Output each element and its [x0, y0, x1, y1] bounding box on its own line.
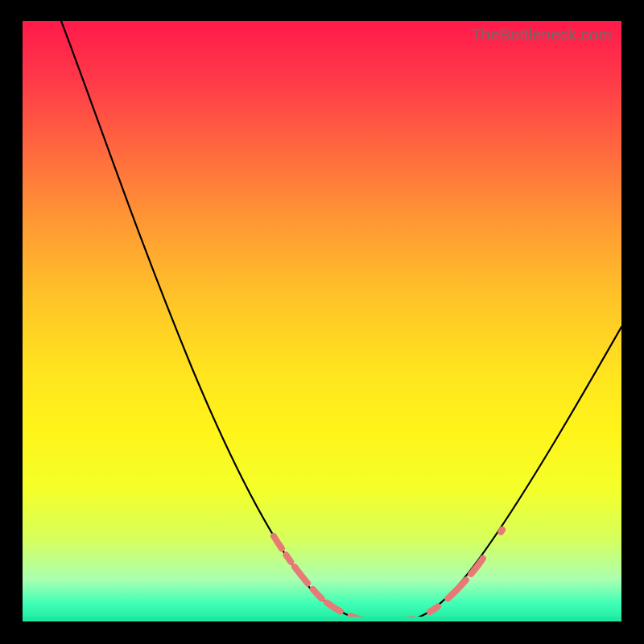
curve-left-arm [61, 21, 382, 621]
baseline-strip [23, 617, 621, 621]
highlight-segment-left [274, 536, 415, 621]
curve-right-arm [411, 327, 621, 620]
chart-plot-area: TheBottleneck.com [23, 21, 621, 621]
bottleneck-curve-svg [23, 21, 621, 621]
